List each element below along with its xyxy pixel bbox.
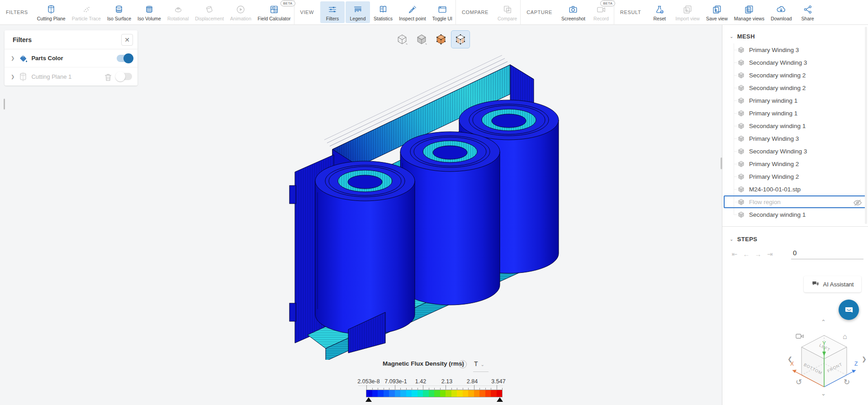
- mesh-item-flow-region[interactable]: Flow region: [724, 195, 867, 208]
- toolbar-section-label: RESULT: [614, 10, 647, 15]
- tool-save-view[interactable]: Save view: [703, 1, 730, 23]
- rotate-down-chevron[interactable]: ⌄: [821, 391, 826, 396]
- tool-label: Iso Surface: [107, 16, 131, 21]
- ai-assistant-button[interactable]: AI Assistant: [804, 276, 861, 292]
- tool-iso-surface[interactable]: Iso Surface: [104, 1, 134, 23]
- mesh-cube-icon: [737, 186, 745, 193]
- legend-tick-label: 3.547: [489, 378, 507, 385]
- left-panel-handle[interactable]: [4, 99, 5, 110]
- mesh-item-secondary-winding-3[interactable]: Secondary Winding 3: [722, 56, 868, 69]
- mesh-panel-title: MESH: [737, 33, 755, 40]
- mesh-item-primary-winding-2[interactable]: Primary Winding 2: [722, 170, 868, 183]
- mesh-item-primary-winding-2[interactable]: Primary Winding 2: [722, 157, 868, 170]
- mesh-item-label: Primary Winding 3: [749, 47, 799, 53]
- view-mode-translucent-mesh[interactable]: [451, 31, 470, 48]
- mesh-item-label: Secondary winding 1: [749, 211, 806, 218]
- legend-colorbar[interactable]: [366, 390, 502, 397]
- compare-icon: [503, 4, 512, 15]
- next-step-button[interactable]: →: [752, 249, 764, 259]
- tool-screenshot[interactable]: Screenshot: [559, 1, 588, 23]
- tool-field-calculator[interactable]: Field CalculatorBETA: [255, 1, 294, 23]
- mesh-cube-icon: [737, 160, 745, 168]
- chat-launcher-button[interactable]: [839, 300, 859, 320]
- tool-displacement: Displacement: [192, 1, 227, 23]
- rotate-up-chevron[interactable]: ⌃: [821, 319, 826, 325]
- home-view-icon[interactable]: ⌂: [843, 333, 847, 340]
- mesh-item-secondary-winding-2[interactable]: Secondary winding 2: [722, 81, 868, 94]
- rotate-left-chevron[interactable]: ❮: [787, 356, 792, 362]
- tool-label: Statistics: [374, 16, 393, 21]
- tool-label: Share: [802, 16, 814, 21]
- displacement-icon: [204, 4, 214, 15]
- mesh-item-m24-100-01-01-stp[interactable]: M24-100-01-01.stp: [722, 183, 868, 195]
- mesh-item-primary-winding-1[interactable]: Primary winding 1: [722, 107, 868, 119]
- tool-label: Screenshot: [561, 16, 585, 21]
- beta-badge: BETA: [600, 0, 615, 6]
- chevron-right-icon[interactable]: ❯: [11, 56, 14, 61]
- step-value-field[interactable]: 0: [791, 249, 863, 259]
- filter-toggle[interactable]: [117, 55, 132, 62]
- tool-filters[interactable]: Filters: [320, 1, 345, 23]
- mesh-cube-icon: [737, 46, 745, 54]
- mesh-cube-icon: [737, 198, 745, 206]
- filter-toggle[interactable]: [117, 73, 132, 80]
- tool-inspect-point[interactable]: Inspect point: [396, 1, 429, 23]
- tool-reset[interactable]: Reset: [647, 1, 672, 23]
- tool-statistics[interactable]: Statistics: [371, 1, 395, 23]
- mesh-item-secondary-winding-2[interactable]: Secondary winding 2: [722, 69, 868, 81]
- mesh-item-primary-winding-3[interactable]: Primary Winding 3: [722, 43, 868, 56]
- legend-range-min-handle[interactable]: [365, 397, 372, 402]
- legend-tick-label: 2.13: [440, 378, 454, 385]
- toggle-ui-icon: [437, 4, 447, 15]
- chat-icon: [844, 305, 854, 315]
- mesh-item-secondary-winding-3[interactable]: Secondary Winding 3: [722, 145, 868, 157]
- tool-particle-trace: Particle Trace: [69, 1, 104, 23]
- camera-view-icon[interactable]: [796, 333, 804, 340]
- tool-toggle-ui[interactable]: Toggle UI: [430, 1, 455, 23]
- legend-unit-value: T: [474, 360, 478, 367]
- tool-legend[interactable]: Legend: [346, 1, 370, 23]
- mesh-item-primary-winding-1[interactable]: Primary winding 1: [722, 94, 868, 107]
- tool-cutting-plane[interactable]: Cutting Plane: [34, 1, 68, 23]
- steps-panel-title: STEPS: [737, 236, 758, 243]
- rotate-ccw-icon[interactable]: ↺: [796, 378, 802, 386]
- transformer-model[interactable]: [280, 36, 579, 360]
- viewport-3d[interactable]: Filters ✕ ❯Parts Color❯Cutting Plane 1 M…: [0, 25, 722, 405]
- chevron-right-icon[interactable]: ❯: [11, 74, 14, 79]
- previous-step-button[interactable]: ←: [740, 249, 752, 259]
- toolbar-section-label: COMPARE: [456, 10, 494, 15]
- trash-icon[interactable]: [103, 72, 111, 81]
- last-step-button[interactable]: ⇥: [764, 249, 776, 259]
- mesh-item-label: Secondary winding 2: [749, 85, 806, 91]
- mesh-item-secondary-winding-1[interactable]: Secondary winding 1: [722, 208, 868, 221]
- tool-download[interactable]: Download: [768, 1, 795, 23]
- mesh-panel-header[interactable]: ⌄ MESH: [722, 25, 868, 43]
- legend-unit-dropdown[interactable]: T⌄: [474, 360, 484, 367]
- filter-row-cutting-plane-1[interactable]: ❯Cutting Plane 1: [5, 67, 138, 86]
- mesh-item-primary-winding-3[interactable]: Primary Winding 3: [722, 132, 868, 145]
- steps-panel-header[interactable]: ⌄ STEPS: [722, 229, 868, 245]
- eye-off-icon[interactable]: [853, 198, 860, 205]
- tool-label: Import view: [675, 16, 700, 21]
- screenshot-icon: [568, 4, 578, 15]
- mesh-cube-icon: [737, 97, 745, 105]
- manage-views-icon: [744, 4, 754, 15]
- mesh-scrollbar[interactable]: [865, 27, 867, 224]
- legend-menu-icon[interactable]: ≡: [459, 360, 467, 368]
- tool-manage-views[interactable]: Manage views: [731, 1, 767, 23]
- close-icon[interactable]: ✕: [121, 34, 133, 46]
- navigation-cube[interactable]: LEFT BOTTOM FRONT X Y Z ⌃ ⌄ ❮ ❯ ⌂ ↺ ↻: [787, 318, 868, 402]
- view-mode-surface-mesh[interactable]: [432, 31, 450, 48]
- axis-y-label: Y: [822, 340, 826, 347]
- tool-share[interactable]: Share: [796, 1, 820, 23]
- tool-iso-volume[interactable]: Iso Volume: [135, 1, 164, 23]
- first-step-button[interactable]: ⇤: [729, 249, 740, 259]
- legend-range-max-handle[interactable]: [497, 397, 503, 402]
- steps-panel: ⌄ STEPS ⇤←→⇥ 0: [722, 229, 868, 267]
- mesh-item-secondary-winding-1[interactable]: Secondary winding 1: [722, 119, 868, 132]
- view-mode-wireframe[interactable]: [393, 31, 411, 48]
- view-mode-solid[interactable]: [413, 31, 431, 48]
- rotate-right-chevron[interactable]: ❯: [862, 356, 867, 362]
- rotate-cw-icon[interactable]: ↻: [844, 378, 850, 386]
- filter-row-parts-color[interactable]: ❯Parts Color: [5, 49, 138, 67]
